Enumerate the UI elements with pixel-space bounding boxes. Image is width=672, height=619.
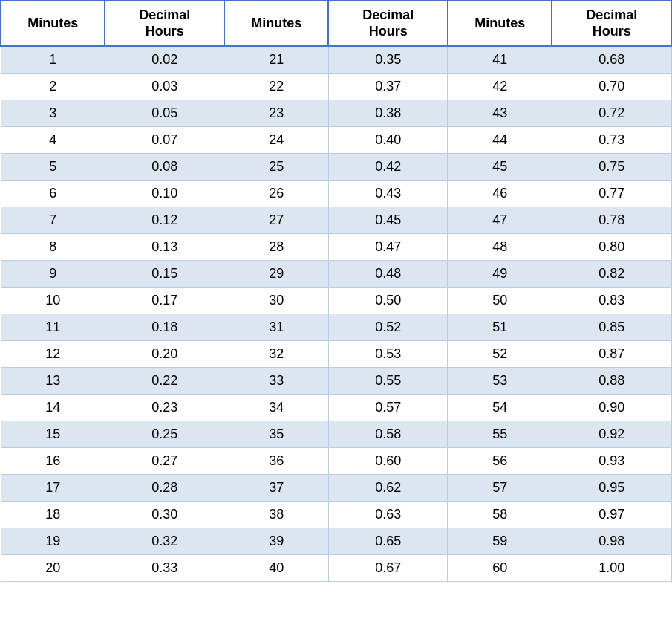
cell-minutes-3: 50 <box>448 288 552 314</box>
cell-decimal-3: 0.88 <box>552 368 671 395</box>
cell-minutes-3: 44 <box>448 127 552 154</box>
cell-decimal-2: 0.43 <box>328 181 448 207</box>
cell-minutes-1: 10 <box>1 288 105 314</box>
cell-minutes-1: 6 <box>1 181 105 207</box>
cell-decimal-3: 0.77 <box>552 181 671 207</box>
cell-minutes-3: 49 <box>448 261 552 288</box>
table-row: 190.32390.65590.98 <box>1 528 671 555</box>
cell-decimal-1: 0.02 <box>105 46 224 74</box>
cell-decimal-1: 0.18 <box>105 314 224 341</box>
cell-minutes-1: 15 <box>1 421 105 448</box>
cell-decimal-2: 0.42 <box>328 154 448 181</box>
cell-decimal-2: 0.65 <box>328 528 448 555</box>
cell-decimal-2: 0.57 <box>328 395 448 421</box>
cell-minutes-2: 34 <box>224 395 328 421</box>
cell-minutes-1: 18 <box>1 502 105 528</box>
cell-decimal-3: 0.95 <box>552 475 671 502</box>
cell-minutes-1: 12 <box>1 341 105 368</box>
cell-minutes-2: 36 <box>224 448 328 475</box>
cell-decimal-2: 0.35 <box>328 46 448 74</box>
cell-minutes-3: 59 <box>448 528 552 555</box>
cell-minutes-3: 41 <box>448 46 552 74</box>
cell-minutes-2: 25 <box>224 154 328 181</box>
cell-decimal-3: 0.82 <box>552 261 671 288</box>
cell-decimal-2: 0.62 <box>328 475 448 502</box>
cell-decimal-3: 0.87 <box>552 341 671 368</box>
cell-minutes-1: 1 <box>1 46 105 74</box>
cell-minutes-2: 39 <box>224 528 328 555</box>
cell-minutes-3: 55 <box>448 421 552 448</box>
table-row: 150.25350.58550.92 <box>1 421 671 448</box>
table-row: 200.33400.67601.00 <box>1 555 671 582</box>
cell-decimal-1: 0.30 <box>105 502 224 528</box>
cell-minutes-2: 33 <box>224 368 328 395</box>
cell-decimal-2: 0.40 <box>328 127 448 154</box>
cell-minutes-3: 46 <box>448 181 552 207</box>
cell-decimal-1: 0.20 <box>105 341 224 368</box>
cell-minutes-3: 42 <box>448 74 552 100</box>
cell-decimal-1: 0.25 <box>105 421 224 448</box>
cell-minutes-3: 54 <box>448 395 552 421</box>
cell-decimal-3: 0.75 <box>552 154 671 181</box>
cell-minutes-2: 30 <box>224 288 328 314</box>
cell-decimal-1: 0.12 <box>105 207 224 234</box>
cell-minutes-1: 3 <box>1 100 105 127</box>
table-row: 70.12270.45470.78 <box>1 207 671 234</box>
cell-decimal-2: 0.58 <box>328 421 448 448</box>
cell-minutes-2: 40 <box>224 555 328 582</box>
cell-decimal-2: 0.47 <box>328 234 448 261</box>
cell-decimal-1: 0.28 <box>105 475 224 502</box>
cell-decimal-3: 0.72 <box>552 100 671 127</box>
table-row: 120.20320.53520.87 <box>1 341 671 368</box>
cell-decimal-1: 0.27 <box>105 448 224 475</box>
cell-minutes-3: 51 <box>448 314 552 341</box>
table-row: 110.18310.52510.85 <box>1 314 671 341</box>
cell-decimal-3: 0.68 <box>552 46 671 74</box>
cell-minutes-3: 56 <box>448 448 552 475</box>
cell-minutes-1: 11 <box>1 314 105 341</box>
cell-minutes-2: 32 <box>224 341 328 368</box>
cell-decimal-3: 0.83 <box>552 288 671 314</box>
cell-decimal-1: 0.07 <box>105 127 224 154</box>
cell-decimal-3: 0.73 <box>552 127 671 154</box>
cell-decimal-1: 0.08 <box>105 154 224 181</box>
cell-decimal-1: 0.03 <box>105 74 224 100</box>
cell-decimal-3: 0.93 <box>552 448 671 475</box>
table-row: 30.05230.38430.72 <box>1 100 671 127</box>
cell-minutes-1: 8 <box>1 234 105 261</box>
cell-decimal-1: 0.05 <box>105 100 224 127</box>
cell-minutes-3: 45 <box>448 154 552 181</box>
cell-minutes-2: 37 <box>224 475 328 502</box>
header-minutes-1: Minutes <box>1 1 105 46</box>
cell-minutes-2: 24 <box>224 127 328 154</box>
cell-decimal-3: 0.90 <box>552 395 671 421</box>
cell-minutes-3: 60 <box>448 555 552 582</box>
cell-minutes-2: 28 <box>224 234 328 261</box>
cell-decimal-2: 0.67 <box>328 555 448 582</box>
table-row: 90.15290.48490.82 <box>1 261 671 288</box>
header-minutes-2: Minutes <box>224 1 328 46</box>
table-row: 170.28370.62570.95 <box>1 475 671 502</box>
table-row: 160.27360.60560.93 <box>1 448 671 475</box>
cell-minutes-1: 2 <box>1 74 105 100</box>
table-row: 140.23340.57540.90 <box>1 395 671 421</box>
cell-decimal-1: 0.22 <box>105 368 224 395</box>
cell-minutes-2: 31 <box>224 314 328 341</box>
table-body: 10.02210.35410.6820.03220.37420.7030.052… <box>1 46 671 582</box>
cell-decimal-2: 0.55 <box>328 368 448 395</box>
table-row: 80.13280.47480.80 <box>1 234 671 261</box>
cell-decimal-1: 0.32 <box>105 528 224 555</box>
cell-decimal-2: 0.50 <box>328 288 448 314</box>
cell-minutes-3: 53 <box>448 368 552 395</box>
cell-decimal-1: 0.17 <box>105 288 224 314</box>
header-decimal-3: DecimalHours <box>552 1 671 46</box>
cell-decimal-3: 0.78 <box>552 207 671 234</box>
cell-minutes-2: 21 <box>224 46 328 74</box>
table-row: 10.02210.35410.68 <box>1 46 671 74</box>
cell-decimal-2: 0.52 <box>328 314 448 341</box>
cell-minutes-3: 43 <box>448 100 552 127</box>
cell-minutes-1: 14 <box>1 395 105 421</box>
cell-decimal-1: 0.15 <box>105 261 224 288</box>
cell-minutes-3: 58 <box>448 502 552 528</box>
header-decimal-1: DecimalHours <box>105 1 224 46</box>
